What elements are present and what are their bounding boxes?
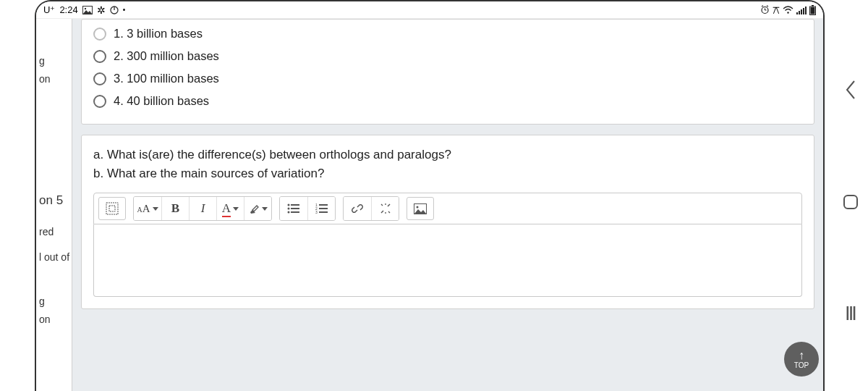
font-size-button[interactable]: AA (134, 197, 161, 220)
top-label: TOP (794, 361, 809, 369)
sidebar-fragment: l out of (36, 248, 72, 266)
svg-rect-14 (805, 7, 807, 14)
link-button[interactable] (344, 197, 371, 220)
option-row[interactable]: 4. 40 billion bases (93, 90, 802, 112)
svg-point-24 (288, 211, 290, 214)
svg-line-32 (381, 204, 383, 206)
device-nav-rail: ||| (833, 0, 868, 391)
question-number: on 5 (36, 190, 72, 211)
sidebar-fragment: red (36, 223, 72, 241)
scroll-to-top-button[interactable]: ↑ TOP (784, 342, 819, 377)
svg-line-5 (762, 6, 763, 7)
sidebar-fragment: on (36, 311, 72, 329)
svg-rect-11 (799, 11, 800, 14)
editor-toolbar: AA B I A (93, 193, 802, 224)
answer-editor[interactable] (93, 224, 802, 297)
svg-rect-21 (291, 204, 299, 206)
svg-point-22 (288, 208, 290, 210)
sidebar-fragment: g (36, 293, 72, 311)
svg-rect-25 (291, 211, 299, 213)
bold-button[interactable]: B (161, 197, 189, 220)
option-label: 4. 40 billion bases (114, 94, 209, 108)
back-nav-button[interactable] (844, 80, 857, 104)
numbered-list-button[interactable]: 123 (307, 197, 335, 220)
radio-unchecked-icon[interactable] (93, 72, 106, 85)
recents-nav-button[interactable]: ||| (846, 304, 856, 321)
svg-point-20 (288, 204, 290, 206)
dot-icon: • (123, 6, 126, 14)
svg-rect-23 (291, 208, 299, 209)
radio-unchecked-icon[interactable] (93, 50, 106, 63)
toolbar-expand-button[interactable] (98, 197, 126, 220)
clock: 2:24 (59, 4, 77, 15)
svg-rect-31 (319, 211, 328, 213)
option-label: 3. 100 million bases (114, 72, 219, 85)
alarm-icon (760, 5, 770, 14)
text-color-button[interactable]: A (216, 197, 244, 220)
chevron-down-icon (233, 207, 239, 211)
wifi-icon (783, 6, 793, 14)
svg-rect-38 (844, 196, 857, 209)
radio-unchecked-icon[interactable] (93, 28, 106, 41)
carrier-label: U⁺ (43, 4, 55, 15)
radio-unchecked-icon[interactable] (93, 95, 106, 108)
italic-button[interactable]: I (189, 197, 216, 220)
battery-icon (809, 5, 816, 15)
svg-line-33 (388, 211, 390, 213)
svg-point-37 (417, 206, 419, 208)
svg-rect-10 (796, 12, 798, 14)
unlink-button[interactable] (371, 197, 399, 220)
svg-line-6 (767, 6, 768, 7)
svg-rect-18 (106, 203, 118, 214)
option-label: 2. 300 million bases (114, 49, 219, 63)
bluetooth-icon: ⚻ (773, 4, 780, 17)
svg-point-9 (787, 12, 788, 13)
power-icon (110, 6, 119, 14)
sidebar-fragment: on (36, 70, 72, 88)
question-nav-sidebar: g on on 5 red l out of g on (36, 19, 72, 391)
chevron-down-icon (262, 207, 268, 211)
question-prompt-b: b. What are the main sources of variatio… (93, 164, 802, 183)
question-options-card: 1. 3 billion bases 2. 300 million bases … (81, 19, 814, 125)
essay-question-card: a. What is(are) the difference(s) betwee… (81, 135, 814, 309)
signal-icon (796, 6, 807, 14)
svg-rect-13 (803, 8, 804, 14)
option-label: 1. 3 billion bases (114, 27, 203, 41)
svg-point-1 (85, 7, 86, 9)
question-prompt-a: a. What is(are) the difference(s) betwee… (93, 146, 802, 164)
home-nav-button[interactable] (843, 194, 859, 214)
chevron-down-icon (153, 207, 158, 211)
highlight-button[interactable] (244, 197, 271, 220)
arrow-up-icon: ↑ (799, 350, 804, 361)
insert-image-button[interactable] (407, 197, 434, 220)
option-row[interactable]: 3. 100 million bases (93, 67, 802, 90)
svg-rect-19 (109, 206, 115, 211)
option-row[interactable]: 1. 3 billion bases (93, 22, 802, 45)
snowflake-icon: ✲ (97, 4, 106, 16)
svg-rect-27 (319, 204, 328, 206)
svg-rect-17 (811, 7, 815, 14)
bullet-list-button[interactable] (280, 197, 307, 220)
svg-text:3: 3 (315, 210, 318, 214)
sidebar-fragment: g (36, 52, 72, 70)
android-status-bar: U⁺ 2:24 ✲ • ⚻ (36, 1, 823, 19)
svg-rect-12 (801, 9, 802, 14)
svg-rect-29 (319, 208, 328, 209)
image-icon (82, 6, 93, 14)
option-row[interactable]: 2. 300 million bases (93, 45, 802, 67)
